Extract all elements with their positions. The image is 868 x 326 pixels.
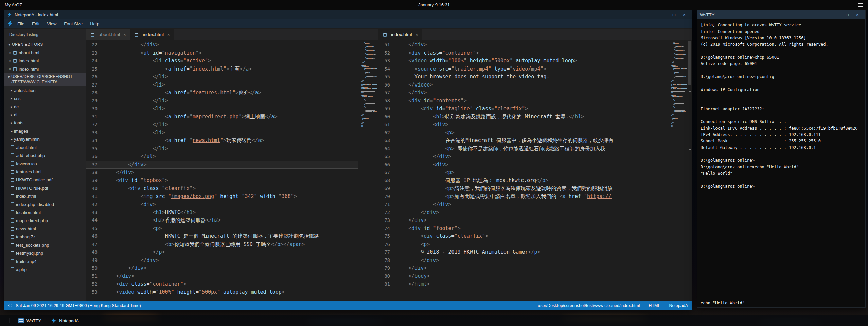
code-line[interactable]: 67 <p> <box>378 169 668 177</box>
code-line[interactable]: 42 <div> <box>86 200 358 209</box>
code-line[interactable]: 70 <p>如有問題或需要申請白名單，歡迎加入我們的 <a href="http… <box>378 193 668 201</box>
close-icon[interactable]: × <box>416 33 418 37</box>
close-button[interactable]: × <box>852 12 863 17</box>
tree-folder-item[interactable]: ▸autostation <box>4 86 86 94</box>
code-line[interactable]: 29 </li> <box>86 97 358 105</box>
tree-folder-item[interactable]: ▸dl <box>4 111 86 119</box>
code-line[interactable]: 56 </video> <box>378 81 668 89</box>
tree-file-item[interactable]: HKWTC notice.pdf <box>4 176 86 184</box>
code-line[interactable]: 53 <video width="100%" height="500px" au… <box>86 288 358 296</box>
code-line[interactable]: 66 <div> <box>378 161 668 169</box>
tree-folder-item[interactable]: ▸images <box>4 127 86 135</box>
open-editor-item[interactable]: ×index.html <box>4 65 86 73</box>
code-line[interactable]: 80 </body> <box>378 272 668 281</box>
minimize-button[interactable]: ─ <box>832 12 842 17</box>
tree-file-item[interactable]: teabag.7z <box>4 233 86 241</box>
code-line[interactable]: 38 </div> <box>86 169 358 177</box>
scrollbar-thumb[interactable] <box>688 41 691 85</box>
code-line[interactable]: 43 <h1>HKWTC</h1> <box>86 209 358 217</box>
code-line[interactable]: 71 </div> <box>378 200 668 209</box>
open-editor-item[interactable]: ×index.html <box>4 57 86 65</box>
hamburger-menu-icon[interactable] <box>858 3 863 7</box>
code-line[interactable]: 75 <div class="clearfix"> <box>378 232 668 241</box>
code-line[interactable]: 28 <a href="features.html">簡介</a> <box>86 89 358 97</box>
code-editor[interactable]: 51 </div>52 <div class="container">53 <v… <box>378 40 668 301</box>
code-line[interactable]: 22 </div> <box>86 41 358 49</box>
code-line[interactable]: 50 </div> <box>86 264 358 272</box>
tree-file-item[interactable]: location.html <box>4 208 86 216</box>
code-line[interactable]: 65 </div> <box>378 153 668 161</box>
tree-file-item[interactable]: HKWTC rule.pdf <box>4 184 86 192</box>
tree-file-item[interactable]: testmysql.php <box>4 249 86 257</box>
code-line[interactable]: 68 伺服器 IP 地址為： mcs.hkwtc.org</p> <box>378 177 668 185</box>
minimap[interactable] <box>358 40 378 301</box>
editor-tab[interactable]: index.html× <box>130 29 174 40</box>
close-icon[interactable]: × <box>7 51 13 55</box>
close-icon[interactable]: × <box>167 33 170 37</box>
tree-folder-item[interactable]: ▸css <box>4 94 86 102</box>
editor-tab[interactable]: about.html× <box>86 29 130 40</box>
code-line[interactable]: 34 <a href="news.html">玩家傳送門</a> <box>86 137 358 145</box>
code-line[interactable]: 61 <div> <box>378 121 668 129</box>
code-line[interactable]: 31 <a href="mapredirect.php">網上地圖</a> <box>86 113 358 121</box>
code-line[interactable]: 64 <p> 即使你不是建築師，你也能透過紅石師或鐵路工程師的身份加入我 <box>378 145 668 153</box>
code-line[interactable]: 33 <li> <box>86 129 358 137</box>
code-line[interactable]: 51 </div> <box>378 41 668 49</box>
code-line[interactable]: 54 <source src="trailer.mp4" type="video… <box>378 65 668 73</box>
code-line[interactable]: 36 </ul> <box>86 153 358 161</box>
code-line[interactable]: 23 <ul id="navigation"> <box>86 49 358 57</box>
code-line[interactable]: 69 <p>請注意，我們的伺服器為確保玩家及遊玩時的質素，我們對的服務開放 <box>378 185 668 193</box>
code-line[interactable]: 72 </div> <box>378 209 668 217</box>
code-line[interactable]: 62 <p> <box>378 129 668 137</box>
code-line[interactable]: 60 <h1>特別為建築及鐵路而設，現代化的 Minecraft 世界.</h1… <box>378 113 668 121</box>
code-line[interactable]: 26 </li> <box>86 73 358 81</box>
code-line[interactable]: 49 </div> <box>86 256 358 265</box>
menu-file[interactable]: File <box>14 21 28 26</box>
code-line[interactable]: 57 </div> <box>378 89 668 97</box>
taskbar-item-notepada[interactable]: NotepadA <box>46 315 84 326</box>
tree-file-item[interactable]: index.php_disabled <box>4 200 86 208</box>
code-line[interactable]: 30 <li> <box>86 105 358 113</box>
code-line[interactable]: 41 <img src="images/box.png" height="342… <box>86 193 358 201</box>
menu-edit[interactable]: Edit <box>28 21 43 26</box>
maximize-button[interactable]: □ <box>842 12 852 17</box>
close-icon[interactable]: × <box>7 59 13 63</box>
maximize-button[interactable]: □ <box>669 12 679 17</box>
status-filepath[interactable]: user/Desktop/screenshot/test/www cleaned… <box>538 303 640 308</box>
tree-file-item[interactable]: test_sockets.php <box>4 241 86 249</box>
code-line[interactable]: 74 <div id="footer"> <box>378 225 668 233</box>
code-line[interactable]: 58 <div id="contents"> <box>378 97 668 105</box>
terminal-input[interactable] <box>701 301 862 305</box>
tree-file-item[interactable]: mapredirect.php <box>4 216 86 225</box>
code-line[interactable]: 81 </html> <box>378 280 668 288</box>
tree-file-item[interactable]: favicon.ico <box>4 159 86 168</box>
code-line[interactable]: 25 <a href="index.html">主頁</a> <box>86 65 358 73</box>
code-line[interactable]: 46 HKWTC 是一個 Minecraft 的建築伺服器，主要建築計劃包括鐵路 <box>86 232 358 241</box>
editor-scrollbar[interactable] <box>688 40 692 301</box>
code-line[interactable]: 79 </div> <box>378 264 668 272</box>
app-launcher-button[interactable] <box>0 315 14 326</box>
minimap[interactable] <box>668 40 688 301</box>
tree-file-item[interactable]: about.html <box>4 143 86 151</box>
code-line[interactable]: 47 <b>你知道我們全線伺服器已轉用 SSD 了嗎？</b></span> <box>86 241 358 249</box>
code-line[interactable]: 55 Your browser does not support the vid… <box>378 73 668 81</box>
tree-file-item[interactable]: trailer.mp4 <box>4 257 86 265</box>
tree-file-item[interactable]: x.php <box>4 265 86 273</box>
close-icon[interactable]: × <box>7 67 13 71</box>
status-language[interactable]: HTML <box>649 303 660 308</box>
menu-font-size[interactable]: Font Size <box>60 21 86 26</box>
tree-file-item[interactable]: features.html <box>4 168 86 176</box>
terminal-output[interactable]: [info] Conencting to arozos WsTTY servic… <box>697 19 865 298</box>
code-line[interactable]: 39 <div id="topbox"> <box>86 177 358 185</box>
tree-file-item[interactable]: news.html <box>4 225 86 233</box>
tree-folder-item[interactable]: ▸dc <box>4 102 86 111</box>
code-line[interactable]: 40 <div class="clearfix"> <box>86 185 358 193</box>
code-line[interactable]: 52 <div class="container"> <box>378 49 668 57</box>
code-line[interactable]: 27 <li> <box>86 81 358 89</box>
code-line[interactable]: 35 </li> <box>86 145 358 153</box>
tree-file-item[interactable]: index.html <box>4 192 86 200</box>
minimize-button[interactable]: ─ <box>659 12 669 17</box>
code-line[interactable]: 32 </li> <box>86 121 358 129</box>
open-editors-header[interactable]: ▾ OPEN EDITORS <box>4 40 86 49</box>
taskbar-item-wstty[interactable]: WsTTY <box>14 315 46 326</box>
